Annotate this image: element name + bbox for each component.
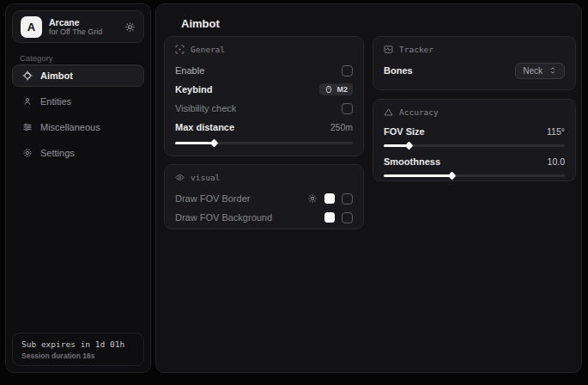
card-tracker: Tracker Bones Neck: [373, 36, 576, 90]
session-duration-text: Session duration 16s: [21, 351, 135, 360]
sidebar-item-label: Entities: [40, 96, 71, 107]
app-name: Arcane: [49, 17, 118, 28]
page-title: Aimbot: [181, 17, 220, 30]
max-distance-slider[interactable]: [175, 142, 353, 144]
smoothness-slider[interactable]: [384, 174, 565, 177]
triangle-icon: [384, 107, 393, 117]
app-logo: A: [21, 16, 42, 38]
card-general-header: General: [175, 45, 353, 54]
row-fov-size: FOV Size 115°: [384, 124, 565, 139]
gear-icon[interactable]: [307, 193, 318, 204]
card-accuracy-header: Accuracy: [384, 107, 565, 117]
sidebar-item-label: Miscellaneous: [40, 122, 100, 132]
sidebar-item-entities[interactable]: Entities: [13, 90, 144, 113]
card-accuracy: Accuracy FOV Size 115° Smoothness 10.0: [373, 99, 576, 181]
keybind-value: M2: [336, 85, 348, 94]
sidebar-item-miscellaneous[interactable]: Miscellaneous: [13, 116, 144, 138]
sidebar-item-label: Aimbot: [40, 70, 73, 81]
row-fov-border: Draw FOV Border: [175, 189, 353, 208]
card-visual-header: visual: [175, 173, 353, 182]
fov-border-checkbox[interactable]: [342, 193, 353, 205]
bones-dropdown[interactable]: Neck: [515, 63, 565, 79]
gear-icon[interactable]: [124, 21, 136, 33]
sidebar-nav: Aimbot Entities Miscellaneous: [12, 64, 144, 168]
sidebar-item-settings[interactable]: Settings: [13, 142, 144, 164]
slider-thumb[interactable]: [209, 138, 218, 147]
bones-label: Bones: [384, 65, 413, 76]
slider-thumb[interactable]: [448, 171, 457, 180]
gear-icon: [21, 148, 33, 158]
slider-fill: [384, 174, 452, 177]
sidebar-item-label: Settings: [40, 148, 75, 158]
scan-crosshair-icon: [175, 45, 185, 54]
sub-expiry-text: Sub expires in 1d 01h: [21, 339, 135, 349]
app-titles: Arcane for Off The Grid: [49, 17, 118, 36]
card-tracker-header: Tracker: [384, 45, 565, 54]
keybind-button[interactable]: M2: [319, 83, 353, 95]
fov-border-controls: [307, 193, 353, 205]
fov-size-label: FOV Size: [384, 126, 425, 137]
fov-background-checkbox[interactable]: [342, 212, 353, 223]
fov-background-color-swatch[interactable]: [324, 212, 335, 223]
keybind-label: Keybind: [175, 84, 212, 95]
card-header-label: Tracker: [399, 45, 433, 54]
fov-background-label: Draw FOV Background: [175, 212, 272, 223]
smoothness-value: 10.0: [548, 156, 565, 167]
crosshair-icon: [21, 70, 33, 81]
enable-checkbox[interactable]: [342, 65, 353, 76]
sidebar: A Arcane for Off The Grid Category Aimbo…: [5, 3, 151, 373]
card-header-label: visual: [191, 173, 220, 182]
eye-icon: [175, 173, 185, 182]
slider-fill: [175, 142, 215, 144]
smoothness-label: Smoothness: [384, 156, 440, 167]
card-visual: visual Draw FOV Border Draw FOV Backgrou…: [164, 164, 364, 229]
main-panel: Aimbot General Enable Keybind M2: [155, 3, 582, 373]
subscription-info: Sub expires in 1d 01h Session duration 1…: [12, 333, 144, 366]
sliders-icon: [21, 122, 33, 132]
app-header: A Arcane for Off The Grid: [12, 10, 144, 43]
visibility-check-checkbox[interactable]: [342, 103, 353, 114]
tracker-waveform-icon: [384, 45, 393, 54]
row-fov-background: Draw FOV Background: [175, 208, 353, 227]
card-header-label: Accuracy: [399, 107, 439, 117]
row-keybind: Keybind M2: [175, 80, 353, 99]
fov-background-controls: [324, 212, 353, 223]
fov-border-color-swatch[interactable]: [324, 193, 335, 204]
enable-label: Enable: [175, 65, 204, 76]
max-distance-label: Max distance: [175, 122, 234, 132]
row-visibility-check: Visibility check: [175, 99, 353, 118]
fov-size-control: FOV Size 115°: [384, 124, 565, 147]
visibility-check-label: Visibility check: [175, 103, 236, 113]
chevron-up-down-icon: [549, 66, 557, 75]
mouse-icon: [324, 85, 333, 94]
row-enable: Enable: [175, 61, 353, 80]
person-scan-icon: [21, 96, 33, 107]
fov-size-value: 115°: [547, 126, 565, 137]
row-max-distance: Max distance 250m: [175, 118, 353, 137]
bones-selected-value: Neck: [523, 66, 543, 76]
card-general: General Enable Keybind M2 Visibility che…: [164, 36, 364, 156]
row-smoothness: Smoothness 10.0: [384, 154, 565, 169]
app-subtitle: for Off The Grid: [49, 28, 118, 36]
fov-border-label: Draw FOV Border: [175, 193, 250, 204]
max-distance-value: 250m: [330, 122, 353, 132]
row-bones: Bones Neck: [384, 61, 565, 80]
category-label: Category: [20, 53, 53, 63]
sidebar-item-aimbot[interactable]: Aimbot: [12, 64, 144, 87]
card-header-label: General: [191, 45, 225, 54]
fov-size-slider[interactable]: [384, 144, 565, 147]
slider-thumb[interactable]: [404, 141, 413, 150]
smoothness-control: Smoothness 10.0: [384, 154, 565, 177]
